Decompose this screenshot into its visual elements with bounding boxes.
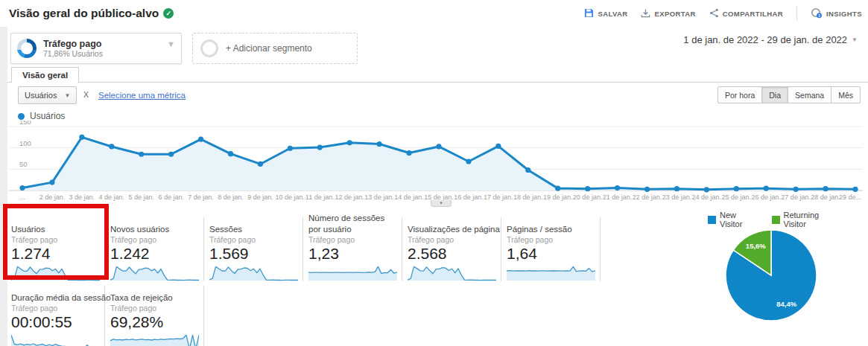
visitor-type-pie-chart[interactable]: 84,4%15,6% — [724, 228, 818, 322]
svg-text:15,6%: 15,6% — [746, 242, 766, 250]
svg-text:12 de jan.: 12 de jan. — [335, 193, 364, 201]
topbar: Visão geral do público-alvo ✓ SALVAR EXP… — [0, 0, 868, 27]
download-icon — [641, 8, 650, 19]
svg-text:13 de jan.: 13 de jan. — [364, 193, 394, 201]
users-timeseries-chart[interactable]: 50100150...2 de jan.3 de jan.4 de jan.5 … — [9, 121, 863, 204]
date-range-selector[interactable]: 1 de jan. de 2022 - 29 de jan. de 2022 ▼ — [683, 34, 858, 45]
metric-card-sessoes[interactable]: Sessões Tráfego pago 1.569 — [209, 217, 303, 281]
svg-text:8 de jan.: 8 de jan. — [218, 193, 244, 201]
empty-segment-circle-icon — [200, 39, 218, 57]
svg-text:14 de jan.: 14 de jan. — [394, 193, 424, 201]
svg-text:27 de jan.: 27 de jan. — [781, 193, 811, 201]
sparkline-chart — [209, 263, 298, 281]
insights-icon: 3 — [811, 7, 823, 20]
svg-text:28 de jan.: 28 de jan. — [811, 193, 840, 201]
svg-text:24 de jan.: 24 de jan. — [692, 193, 722, 201]
export-button[interactable]: EXPORTAR — [641, 8, 695, 19]
svg-text:2 de jan.: 2 de jan. — [39, 193, 66, 201]
sparkline-chart — [308, 263, 397, 281]
svg-text:3 de jan.: 3 de jan. — [69, 193, 95, 201]
add-segment-label: + Adicionar segmento — [226, 43, 312, 54]
svg-text:18 de jan.: 18 de jan. — [513, 193, 543, 201]
add-segment-button[interactable]: + Adicionar segmento — [192, 33, 358, 64]
granularity-dia[interactable]: Dia — [762, 86, 788, 103]
vs-separator: X — [83, 90, 89, 99]
sparkline-chart — [110, 263, 199, 281]
svg-text:20 de jan.: 20 de jan. — [573, 193, 603, 201]
chart-collapse-handle[interactable]: ▼ — [431, 200, 452, 207]
series-dot-icon — [18, 113, 25, 120]
share-button[interactable]: COMPARTILHAR — [709, 8, 783, 19]
metric-card-sessoes-por-usuario[interactable]: Número de sessões por usuário Tráfego pa… — [308, 217, 402, 281]
sparkline-chart — [11, 332, 100, 346]
chart-toolbar: Usuários ▼ X Selecione uma métrica Por h… — [7, 83, 868, 109]
svg-text:7 de jan.: 7 de jan. — [188, 193, 214, 201]
legend-returning-visitor[interactable]: Returning Visitor — [772, 211, 843, 228]
page-title: Visão geral do público-alvo — [9, 7, 159, 20]
metric-card-taxa-rejeicao[interactable]: Taxa de rejeição Tráfego pago 69,28% — [110, 286, 204, 346]
svg-text:25 de jan.: 25 de jan. — [722, 193, 752, 201]
svg-text:21 de jan.: 21 de jan. — [603, 193, 633, 201]
tab-visao-geral[interactable]: Visão geral — [11, 67, 79, 83]
metric-select-dropdown[interactable]: Usuários ▼ — [18, 86, 77, 104]
svg-text:19 de jan.: 19 de jan. — [543, 193, 573, 201]
sparkline-chart — [507, 263, 595, 281]
granularity-mes[interactable]: Mês — [831, 86, 861, 103]
select-metric-link[interactable]: Selecione uma métrica — [98, 91, 186, 100]
svg-text:17 de jan.: 17 de jan. — [484, 193, 513, 201]
granularity-toggle-group: Por hora Dia Semana Mês — [717, 86, 861, 103]
insights-button[interactable]: 3 INSIGHTS — [811, 7, 862, 20]
segment-subtitle: 71,86% Usuários — [43, 49, 103, 58]
date-caret-icon: ▼ — [852, 36, 858, 43]
sparkline-chart — [408, 263, 496, 281]
tab-strip: Visão geral — [7, 67, 868, 83]
svg-text:10 de jan.: 10 de jan. — [276, 193, 305, 201]
svg-text:84,4%: 84,4% — [776, 300, 796, 308]
svg-text:150: 150 — [19, 121, 31, 126]
chevron-down-icon[interactable]: ▼ — [167, 39, 175, 48]
save-icon — [584, 8, 594, 19]
sparkline-chart — [110, 332, 199, 346]
svg-text:100: 100 — [19, 139, 31, 147]
segment-chip-trafego-pago[interactable]: Tráfego pago 71,86% Usuários ▼ — [10, 33, 182, 64]
chart-legend: Usuários — [18, 111, 65, 121]
svg-text:29 de...: 29 de... — [839, 193, 861, 201]
svg-text:16 de jan.: 16 de jan. — [454, 193, 484, 201]
svg-text:22 de jan.: 22 de jan. — [633, 193, 662, 201]
date-range-text: 1 de jan. de 2022 - 29 de jan. de 2022 — [683, 34, 847, 45]
svg-text:23 de jan.: 23 de jan. — [662, 193, 692, 201]
metric-card-visualizacoes[interactable]: Visualizações de página Tráfego pago 2.5… — [408, 217, 501, 281]
svg-text:6 de jan.: 6 de jan. — [158, 193, 184, 201]
topbar-divider — [796, 7, 797, 20]
metric-card-duracao-media[interactable]: Duração média da sessão Tráfego pago 00:… — [11, 286, 105, 346]
svg-text:5 de jan.: 5 de jan. — [128, 193, 154, 201]
granularity-por-hora[interactable]: Por hora — [717, 86, 762, 103]
svg-text:11 de jan.: 11 de jan. — [305, 193, 335, 201]
granularity-semana[interactable]: Semana — [788, 86, 831, 103]
segment-title: Tráfego pago — [43, 39, 103, 49]
save-button[interactable]: SALVAR — [584, 8, 627, 19]
svg-text:4 de jan.: 4 de jan. — [99, 193, 125, 201]
svg-text:3: 3 — [818, 13, 820, 18]
series-label: Usuários — [30, 111, 65, 121]
legend-new-visitor[interactable]: New Visitor — [708, 211, 760, 228]
svg-text:9 de jan.: 9 de jan. — [247, 193, 273, 201]
metric-card-paginas-sessao[interactable]: Páginas / sessão Tráfego pago 1,64 — [507, 217, 601, 281]
segment-donut-icon — [17, 39, 37, 58]
pie-legend: New Visitor Returning Visitor — [708, 211, 842, 228]
sparkline-chart — [11, 263, 100, 281]
share-icon — [709, 8, 719, 19]
metric-cards-row-2: Duração média da sessão Tráfego pago 00:… — [11, 286, 209, 346]
metric-card-usuarios[interactable]: Usuários Tráfego pago 1.274 — [11, 217, 105, 281]
metric-card-novos-usuarios[interactable]: Novos usuários Tráfego pago 1.242 — [110, 217, 204, 281]
blue-swatch-icon — [708, 216, 716, 224]
metric-cards-row-1: Usuários Tráfego pago 1.274 Novos usuári… — [11, 217, 606, 281]
chevron-down-icon: ▼ — [64, 92, 70, 99]
verified-check-icon: ✓ — [163, 8, 174, 19]
topbar-actions: SALVAR EXPORTAR COMPARTILHAR 3 INSIGHTS — [584, 0, 862, 27]
svg-text:50: 50 — [19, 160, 28, 168]
svg-text:26 de jan.: 26 de jan. — [751, 193, 781, 201]
green-swatch-icon — [772, 216, 780, 224]
svg-text:...: ... — [19, 193, 25, 201]
